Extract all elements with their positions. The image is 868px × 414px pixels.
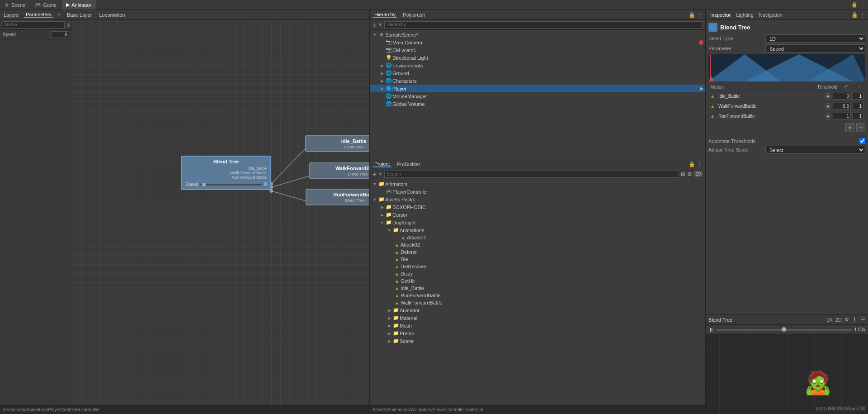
blend-type-select[interactable]: 1D 2D Simple Directional 2D Freeform Dir… (765, 34, 865, 43)
motion-up-icon[interactable]: ↑ (854, 85, 863, 90)
motion-circle-walk[interactable]: ◉ (825, 103, 831, 109)
motion-threshold-idle[interactable] (833, 93, 851, 100)
tree-item-global-volume[interactable]: 🌐 Global Volume (370, 100, 705, 108)
folder-animations[interactable]: ▼ 📁 Animations (370, 226, 705, 234)
tree-item-dir-light[interactable]: 💡 Directional Light (370, 54, 705, 62)
folder-assets-packs[interactable]: ▼ 📁 Assets Packs (370, 195, 705, 203)
tab-hierarchy[interactable]: Hierarchy (373, 12, 397, 18)
run-forward-node[interactable]: RunForwardBattle Blend Tree (306, 189, 369, 205)
motion-circle-run[interactable]: ◉ (825, 113, 831, 119)
toolbar-parameters[interactable]: Parameters (24, 12, 53, 18)
tab-animator[interactable]: ▶ Animator (61, 0, 96, 10)
tab-game[interactable]: 🎮 Game (30, 0, 61, 10)
hierarchy-menu-btn[interactable]: ⋮ (697, 12, 703, 18)
tree-item-main-camera[interactable]: 📷 Main Camera (370, 38, 705, 46)
mesh-label: Mesh (400, 323, 705, 328)
preview-character: 🧟 (804, 370, 832, 396)
folder-prefab[interactable]: ▶ 📁 Prefab (370, 329, 705, 337)
motion-reset-icon[interactable]: ↺ (839, 85, 853, 90)
attack02-label: Attack02 (401, 242, 705, 247)
folder-dogknight[interactable]: ▼ 📁 DogKnight (370, 219, 705, 226)
folder-scene[interactable]: ▶ 📁 Scene (370, 337, 705, 345)
tree-item-ground[interactable]: ▶ 🌐 Ground (370, 69, 705, 77)
folder-cursor[interactable]: ▶ 📁 Cursor (370, 211, 705, 219)
scene-root[interactable]: ▼ ⛯ SampleScene* ⋮ (370, 31, 705, 38)
motion-threshold-run[interactable] (833, 113, 851, 119)
preview-1k-btn[interactable]: 1K (826, 317, 832, 323)
project-search-input[interactable] (384, 171, 679, 178)
tree-item-characters[interactable]: ▶ 🌐 Characters (370, 77, 705, 85)
parameter-select[interactable]: Speed (765, 44, 865, 52)
toolbar-locomotion[interactable]: Locomotion (98, 12, 127, 18)
preview-anim-btn[interactable]: ⚙ (844, 317, 849, 323)
animator-graph[interactable]: Blend Tree Idle_Battle Walk Forward Batt… (72, 20, 369, 405)
toolbar-base-layer[interactable]: Base Layer (65, 12, 94, 18)
tree-item-mouse-manager[interactable]: 🌐 MouseManager (370, 92, 705, 100)
project-view-btn[interactable]: ⊞ (681, 171, 685, 177)
motion-add-btn[interactable]: + (845, 123, 854, 132)
preview-settings-btn[interactable]: ☰ (861, 317, 865, 323)
tree-item-vcam1[interactable]: 📷 CM vcam1 (370, 46, 705, 54)
idle-battle-node[interactable]: Idle_Battle Blend Tree (305, 135, 369, 152)
toolbar-layers[interactable]: Layers (2, 12, 20, 18)
preview-timeline[interactable] (717, 329, 852, 331)
folder-material[interactable]: ▶ 📁 Material (370, 314, 705, 322)
folder-mesh[interactable]: ▶ 📁 Mesh (370, 322, 705, 329)
anim-die-recover[interactable]: ▲ DieRecover (370, 263, 705, 270)
motion-val-walk[interactable] (853, 103, 863, 109)
folder-animator[interactable]: ▶ 📁 Animator (370, 306, 705, 314)
motion-threshold-walk[interactable] (833, 103, 851, 109)
add-param-button[interactable]: + (66, 22, 70, 28)
anim-attack02[interactable]: ▲ Attack02 (370, 241, 705, 248)
hierarchy-search-input[interactable] (384, 21, 703, 29)
speed-slider[interactable] (200, 184, 263, 186)
assets-folder-icon: 📁 (378, 196, 385, 202)
motion-circle-idle[interactable]: ◉ (825, 93, 831, 100)
tree-item-player[interactable]: ▶ 🔷 Player ▶ (370, 85, 705, 92)
anim-walk-forward[interactable]: ▲ WalkForwardBattle (370, 299, 705, 306)
preview-person-btn[interactable]: 🚶 (852, 317, 858, 323)
menu-icon[interactable]: ⋮ (860, 2, 865, 8)
anim-dizzy[interactable]: ▲ Dizzy (370, 270, 705, 277)
walk-forward-node[interactable]: WalkForwardBattle Blend Tree (309, 162, 369, 179)
anim-defend[interactable]: ▲ Defend (370, 248, 705, 256)
automate-checkbox[interactable] (859, 138, 865, 144)
chars-icon: 🌐 (385, 78, 392, 84)
tab-polybrush[interactable]: Polybrush (401, 12, 427, 18)
tab-scene[interactable]: ⛯ Scene (0, 0, 30, 10)
preview-viewport[interactable]: 🧟 0:40 (068.3%) Frame 40 CSDN @傻 · Q*爸 (706, 335, 868, 414)
anim-icon-walk: ▲ (393, 300, 401, 305)
tab-navigation[interactable]: Navigation (757, 12, 784, 18)
hierarchy-lock-btn[interactable]: 🔒 (689, 12, 695, 18)
tab-probuilder[interactable]: ProBuilder (395, 162, 422, 167)
tab-inspector[interactable]: Inspector (708, 12, 732, 18)
hierarchy-add-btn[interactable]: + (373, 22, 376, 28)
project-menu-btn[interactable]: ⋮ (697, 161, 703, 167)
anim-attack01[interactable]: ▲ Attack01 (370, 234, 705, 241)
file-player-controller[interactable]: 🎮 PlayerController (370, 188, 705, 195)
blend-tree-node[interactable]: Blend Tree Idle_Battle Walk Forward Batt… (181, 156, 271, 190)
project-lock-btn[interactable]: 🔒 (689, 161, 695, 167)
folder-boxophobic[interactable]: ▶ 📁 BOXOPHOBIC (370, 203, 705, 211)
anim-run-forward[interactable]: ▲ RunForwardBattle (370, 292, 705, 299)
project-add-btn[interactable]: + (373, 171, 376, 177)
inspector-lock-btn[interactable]: 🔒 (851, 12, 858, 18)
tab-project[interactable]: Project (373, 161, 392, 167)
tab-lighting[interactable]: Lighting (734, 12, 755, 18)
preview-play-btn[interactable]: ⏸ (708, 327, 714, 333)
motion-val-run[interactable] (853, 113, 863, 119)
project-filter-btn[interactable]: ⚙ (687, 171, 692, 177)
param-search-input[interactable] (3, 21, 65, 29)
anim-gethit[interactable]: ▲ GetHit (370, 277, 705, 285)
anim-idle-battle[interactable]: ▲ Idle_Battle (370, 285, 705, 292)
motion-remove-btn[interactable]: − (856, 123, 865, 132)
inspector-menu-btn[interactable]: ⋮ (860, 12, 865, 18)
tree-item-environments[interactable]: ▶ 🌐 Environments (370, 62, 705, 69)
preview-2d-btn[interactable]: 2D (835, 317, 842, 323)
anim-die[interactable]: ▲ Die (370, 256, 705, 263)
motion-val-idle[interactable] (853, 93, 863, 100)
adjust-select[interactable]: Select (765, 146, 865, 154)
folder-animators[interactable]: ▼ 📁 Animators (370, 180, 705, 188)
gethit-label: GetHit (401, 278, 705, 284)
param-value-speed[interactable] (51, 31, 69, 38)
